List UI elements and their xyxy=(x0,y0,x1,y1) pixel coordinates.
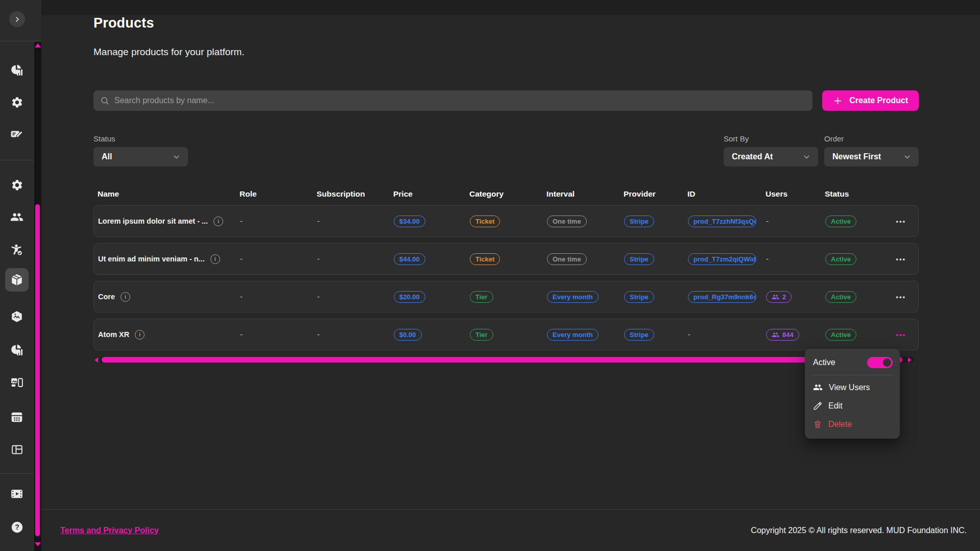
toggle-knob xyxy=(883,358,891,367)
row-actions-button[interactable]: ••• xyxy=(896,293,906,301)
create-product-button[interactable]: Create Product xyxy=(822,90,919,111)
sidebar-item-calendar[interactable] xyxy=(5,405,29,429)
info-icon[interactable]: i xyxy=(121,292,130,302)
column-header-interval: Interval xyxy=(546,189,624,199)
column-header-users: Users xyxy=(766,189,825,199)
row-actions-button[interactable]: ••• xyxy=(896,218,906,225)
horizontal-scrollbar xyxy=(93,356,919,363)
page-content: Products Manage products for your platfo… xyxy=(93,0,919,363)
info-icon[interactable]: i xyxy=(135,330,145,340)
badge: Ticket xyxy=(470,253,500,265)
cell-price: $20.00 xyxy=(394,291,470,303)
menu-item-edit[interactable]: Edit xyxy=(805,397,900,415)
filters-bar: Status All Sort By Created At Order xyxy=(93,134,919,166)
sidebar-divider xyxy=(0,41,41,41)
cell-provider: Stripe xyxy=(624,215,688,227)
sidebar-item-analytics[interactable] xyxy=(5,58,29,82)
cell-interval: One time xyxy=(547,215,624,227)
cell-role: - xyxy=(240,330,317,339)
cell-subscription: - xyxy=(317,330,394,339)
sidebar-item-users[interactable] xyxy=(5,205,29,229)
menu-divider xyxy=(811,375,894,375)
toolbar: Create Product xyxy=(93,90,919,111)
cell-subscription: - xyxy=(317,292,320,301)
accessibility-check-icon xyxy=(10,244,23,257)
search-box[interactable] xyxy=(93,90,812,111)
menu-item-view-users[interactable]: View Users xyxy=(805,378,900,397)
active-toggle[interactable] xyxy=(867,357,893,368)
row-actions-button[interactable]: ••• xyxy=(896,255,906,263)
sidebar-item-reports[interactable] xyxy=(5,338,29,362)
table-row: Corei--$20.00TierEvery monthStripeprod_R… xyxy=(93,281,919,313)
scroll-up-arrow[interactable] xyxy=(35,43,41,47)
sidebar-item-media[interactable] xyxy=(5,371,29,395)
menu-item-label: Delete xyxy=(828,420,852,429)
badge: Every month xyxy=(547,291,599,303)
sort-by-filter: Sort By Created At xyxy=(724,134,818,166)
order-filter: Order Newest First xyxy=(824,134,919,166)
column-header-price: Price xyxy=(393,189,469,199)
scroll-left-arrow[interactable] xyxy=(94,357,98,363)
cell-users: - xyxy=(766,217,825,226)
sort-by-select[interactable]: Created At xyxy=(724,147,818,166)
cell-provider: Stripe xyxy=(624,291,688,303)
cell-name: Atom XRi xyxy=(94,330,240,340)
sidebar-item-products[interactable] xyxy=(5,268,29,292)
badge: prod_Rg37m9nnk6s xyxy=(688,291,756,303)
pencil-icon xyxy=(813,401,822,411)
cell-actions: ••• xyxy=(882,255,918,263)
sidebar-item-layout[interactable] xyxy=(5,438,29,461)
sidebar-item-subscriptions[interactable] xyxy=(5,123,29,146)
main-area: Products Manage products for your platfo… xyxy=(41,0,980,551)
horizontal-scrollbar-thumb[interactable] xyxy=(102,357,902,363)
order-select[interactable]: Newest First xyxy=(824,147,919,166)
cell-interval: One time xyxy=(547,253,624,265)
sidebar-item-assets[interactable] xyxy=(5,305,29,328)
terms-privacy-link[interactable]: Terms and Privacy Policy xyxy=(60,526,159,535)
sort-by-value: Created At xyxy=(732,152,773,161)
info-icon[interactable]: i xyxy=(213,217,223,226)
menu-item-delete[interactable]: Delete xyxy=(805,415,900,434)
badge: One time xyxy=(547,215,587,227)
badge: Active xyxy=(825,253,856,265)
pie-chart-icon xyxy=(10,343,23,356)
product-name: Core xyxy=(98,293,115,301)
calendar-icon xyxy=(10,411,23,424)
chevron-down-icon xyxy=(172,153,181,161)
info-icon[interactable]: i xyxy=(210,254,220,264)
sidebar-item-videos[interactable] xyxy=(5,482,29,506)
sidebar-item-members[interactable] xyxy=(5,238,29,262)
sidebar-expand-button[interactable] xyxy=(9,11,25,27)
status-filter-value: All xyxy=(102,152,112,161)
cell-subscription: - xyxy=(317,330,320,339)
product-name: Atom XR xyxy=(98,330,129,339)
page-title: Products xyxy=(93,15,919,31)
vertical-scrollbar-thumb[interactable] xyxy=(35,204,40,536)
cell-subscription: - xyxy=(317,254,320,263)
cell-id: prod_T7zm2qiQWid xyxy=(688,253,766,265)
cell-users: - xyxy=(766,254,769,263)
status-filter-select[interactable]: All xyxy=(93,147,188,166)
badge: Every month xyxy=(547,329,599,341)
cell-id: prod_Rg37m9nnk6s xyxy=(688,291,766,303)
sidebar-item-help[interactable]: ? xyxy=(5,515,29,539)
scroll-down-arrow[interactable] xyxy=(35,542,41,546)
sidebar-item-config[interactable] xyxy=(5,173,29,197)
cell-interval: Every month xyxy=(547,291,624,303)
table-row: Ut enim ad minim veniam - n...i--$44.00T… xyxy=(93,243,919,275)
sidebar-item-settings[interactable] xyxy=(5,90,29,114)
users-icon xyxy=(772,331,779,339)
table-body: Lorem ipsum dolor sit amet - ...i--$34.0… xyxy=(93,205,919,350)
search-icon xyxy=(100,96,109,105)
row-actions-button[interactable]: ••• xyxy=(896,331,906,339)
cell-role: - xyxy=(240,217,243,225)
cell-price: $44.00 xyxy=(394,253,470,265)
sort-filters: Sort By Created At Order Newest First xyxy=(724,134,919,166)
cell-id: - xyxy=(688,330,766,339)
scroll-right-arrow[interactable] xyxy=(908,357,912,363)
badge: 2 xyxy=(766,291,792,303)
cell-price: $0.00 xyxy=(394,329,470,341)
badge: prod_T7zm2qiQWid xyxy=(688,253,756,265)
search-input[interactable] xyxy=(114,96,806,105)
table-row: Lorem ipsum dolor sit amet - ...i--$34.0… xyxy=(93,205,919,237)
